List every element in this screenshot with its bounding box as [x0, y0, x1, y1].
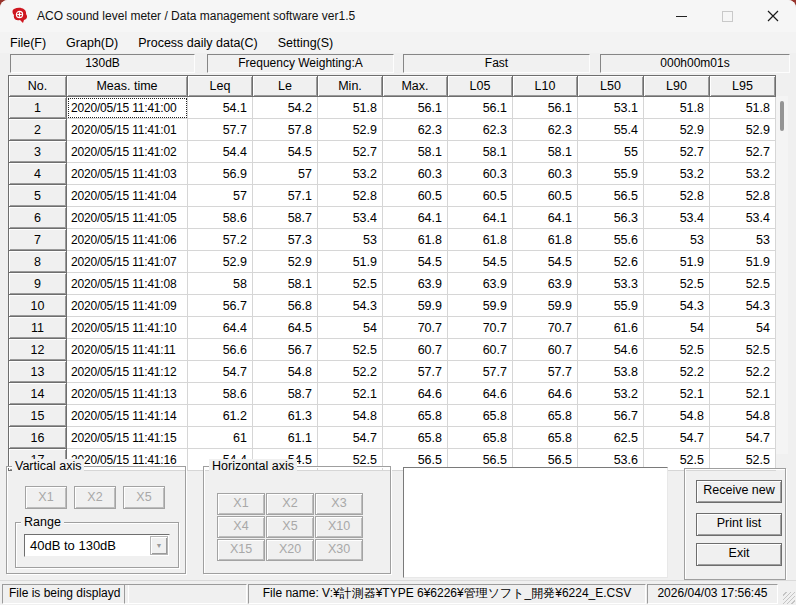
value-cell[interactable]: 57.8: [253, 119, 318, 141]
menu-graph[interactable]: Graph(D): [56, 36, 128, 50]
value-cell[interactable]: 56.1: [448, 97, 513, 119]
value-cell[interactable]: 55.4: [578, 119, 644, 141]
value-cell[interactable]: 61.2: [188, 405, 253, 427]
meas-time-cell[interactable]: 2020/05/15 11:41:06: [67, 229, 188, 251]
value-cell[interactable]: 60.7: [513, 339, 578, 361]
value-cell[interactable]: 65.8: [383, 427, 448, 449]
value-cell[interactable]: 55.9: [578, 295, 644, 317]
value-cell[interactable]: 54: [318, 317, 383, 339]
value-cell[interactable]: 52.5: [318, 339, 383, 361]
col-header-l90[interactable]: L90: [644, 76, 710, 97]
value-cell[interactable]: 54.3: [710, 295, 776, 317]
value-cell[interactable]: 52.9: [188, 251, 253, 273]
value-cell[interactable]: 54.2: [253, 97, 318, 119]
value-cell[interactable]: 54.7: [318, 427, 383, 449]
row-header[interactable]: 9: [9, 273, 67, 295]
col-header-max[interactable]: Max.: [383, 76, 448, 97]
value-cell[interactable]: 65.8: [383, 405, 448, 427]
value-cell[interactable]: 64.5: [253, 317, 318, 339]
value-cell[interactable]: 54.3: [644, 295, 710, 317]
row-header[interactable]: 6: [9, 207, 67, 229]
range-combobox[interactable]: 40dB to 130dB ▼: [24, 534, 170, 557]
value-cell[interactable]: 60.3: [448, 163, 513, 185]
value-cell[interactable]: 52.5: [710, 273, 776, 295]
value-cell[interactable]: 56.1: [383, 97, 448, 119]
value-cell[interactable]: 54.6: [578, 339, 644, 361]
col-header-l10[interactable]: L10: [513, 76, 578, 97]
value-cell[interactable]: 62.3: [513, 119, 578, 141]
value-cell[interactable]: 57: [253, 163, 318, 185]
value-cell[interactable]: 54.1: [188, 97, 253, 119]
value-cell[interactable]: 60.3: [383, 163, 448, 185]
value-cell[interactable]: 60.5: [513, 185, 578, 207]
value-cell[interactable]: 52.8: [318, 185, 383, 207]
value-cell[interactable]: 56.1: [513, 97, 578, 119]
value-cell[interactable]: 52.2: [644, 361, 710, 383]
value-cell[interactable]: 56.7: [188, 295, 253, 317]
value-cell[interactable]: 64.1: [448, 207, 513, 229]
row-header[interactable]: 12: [9, 339, 67, 361]
value-cell[interactable]: 52.5: [710, 339, 776, 361]
meas-time-cell[interactable]: 2020/05/15 11:41:00: [67, 97, 188, 119]
value-cell[interactable]: 61.8: [513, 229, 578, 251]
value-cell[interactable]: 52.5: [644, 273, 710, 295]
value-cell[interactable]: 51.8: [710, 97, 776, 119]
row-header[interactable]: 2: [9, 119, 67, 141]
value-cell[interactable]: 54.8: [644, 405, 710, 427]
value-cell[interactable]: 51.9: [710, 251, 776, 273]
value-cell[interactable]: 54.5: [253, 141, 318, 163]
value-cell[interactable]: 64.6: [513, 383, 578, 405]
print-list-button[interactable]: Print list: [696, 513, 782, 536]
col-header-le[interactable]: Le: [253, 76, 318, 97]
receive-new-button[interactable]: Receive new: [696, 480, 782, 503]
value-cell[interactable]: 63.9: [513, 273, 578, 295]
value-cell[interactable]: 52.8: [710, 185, 776, 207]
value-cell[interactable]: 51.9: [644, 251, 710, 273]
value-cell[interactable]: 54.4: [188, 141, 253, 163]
meas-time-cell[interactable]: 2020/05/15 11:41:07: [67, 251, 188, 273]
value-cell[interactable]: 61.3: [253, 405, 318, 427]
value-cell[interactable]: 52.7: [710, 141, 776, 163]
value-cell[interactable]: 52.9: [253, 251, 318, 273]
row-header[interactable]: 1: [9, 97, 67, 119]
value-cell[interactable]: 52.5: [644, 339, 710, 361]
value-cell[interactable]: 53: [644, 229, 710, 251]
minimize-button[interactable]: [658, 0, 704, 32]
value-cell[interactable]: 54: [710, 317, 776, 339]
meas-time-cell[interactable]: 2020/05/15 11:41:12: [67, 361, 188, 383]
value-cell[interactable]: 53.4: [644, 207, 710, 229]
value-cell[interactable]: 53.4: [710, 207, 776, 229]
row-header[interactable]: 3: [9, 141, 67, 163]
value-cell[interactable]: 57.7: [383, 361, 448, 383]
value-cell[interactable]: 53: [710, 229, 776, 251]
value-cell[interactable]: 64.6: [448, 383, 513, 405]
value-cell[interactable]: 64.1: [513, 207, 578, 229]
value-cell[interactable]: 60.7: [383, 339, 448, 361]
meas-time-cell[interactable]: 2020/05/15 11:41:14: [67, 405, 188, 427]
value-cell[interactable]: 60.3: [513, 163, 578, 185]
value-cell[interactable]: 52.2: [710, 361, 776, 383]
value-cell[interactable]: 53.2: [578, 383, 644, 405]
value-cell[interactable]: 57.7: [513, 361, 578, 383]
value-cell[interactable]: 56.7: [578, 405, 644, 427]
value-cell[interactable]: 54.5: [448, 251, 513, 273]
row-header[interactable]: 16: [9, 427, 67, 449]
value-cell[interactable]: 52.2: [318, 361, 383, 383]
value-cell[interactable]: 58.1: [383, 141, 448, 163]
value-cell[interactable]: 55.6: [578, 229, 644, 251]
value-cell[interactable]: 56.3: [578, 207, 644, 229]
value-cell[interactable]: 61.1: [253, 427, 318, 449]
value-cell[interactable]: 54.5: [383, 251, 448, 273]
value-cell[interactable]: 53.3: [578, 273, 644, 295]
row-header[interactable]: 4: [9, 163, 67, 185]
row-header[interactable]: 11: [9, 317, 67, 339]
value-cell[interactable]: 70.7: [383, 317, 448, 339]
col-header-leq[interactable]: Leq: [188, 76, 253, 97]
meas-time-cell[interactable]: 2020/05/15 11:41:01: [67, 119, 188, 141]
value-cell[interactable]: 57.7: [188, 119, 253, 141]
scrollbar-thumb[interactable]: [780, 101, 784, 131]
value-cell[interactable]: 52.1: [710, 383, 776, 405]
col-header-meas-time[interactable]: Meas. time: [67, 76, 188, 97]
value-cell[interactable]: 61.8: [448, 229, 513, 251]
value-cell[interactable]: 59.9: [513, 295, 578, 317]
